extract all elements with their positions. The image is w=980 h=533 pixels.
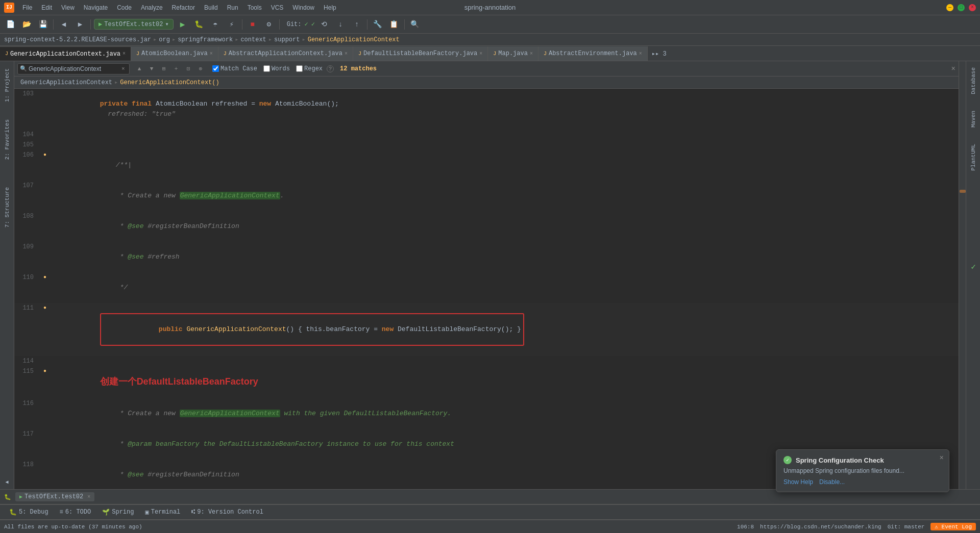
menu-view[interactable]: View bbox=[57, 3, 79, 12]
breadcrumb-springframework[interactable]: springframework bbox=[178, 36, 233, 43]
breadcrumb-sep-1: ▸ bbox=[153, 36, 157, 43]
regex-option[interactable]: Regex bbox=[296, 65, 323, 72]
menu-window[interactable]: Window bbox=[288, 3, 318, 12]
coverage-button[interactable]: ☂ bbox=[208, 17, 223, 32]
match-case-option[interactable]: Match Case bbox=[212, 65, 257, 72]
disable-button[interactable]: Disable... bbox=[819, 478, 845, 486]
add-occurrence-button[interactable]: + bbox=[170, 63, 182, 74]
bottom-tab-vcs[interactable]: ⑆ 9: Version Control bbox=[186, 507, 268, 517]
tab-more-button[interactable]: ▸▸ 3 bbox=[648, 46, 671, 61]
menu-edit[interactable]: Edit bbox=[37, 3, 56, 12]
run-config-selector[interactable]: ▶ TestOfExt.test02 ▾ bbox=[94, 19, 174, 30]
breadcrumb-support[interactable]: support bbox=[274, 36, 300, 43]
search-input[interactable] bbox=[29, 65, 120, 72]
minimize-button[interactable]: — bbox=[946, 4, 953, 11]
words-checkbox[interactable] bbox=[263, 65, 270, 72]
expand-left-panel[interactable]: ◀ bbox=[5, 479, 8, 485]
breadcrumb-jar[interactable]: spring-context-5.2.2.RELEASE-sources.jar bbox=[4, 36, 151, 43]
match-case-checkbox[interactable] bbox=[212, 65, 219, 72]
git-history-button[interactable]: ⟲ bbox=[317, 17, 331, 32]
panel-project[interactable]: 1: Project bbox=[3, 65, 12, 105]
tab-close-2[interactable]: × bbox=[345, 51, 348, 57]
menu-build[interactable]: Build bbox=[200, 3, 222, 12]
breadcrumb-org[interactable]: org bbox=[159, 36, 170, 43]
save-all-button[interactable]: 💾 bbox=[36, 17, 50, 32]
close-button[interactable]: × bbox=[969, 4, 976, 11]
panel-favorites[interactable]: 2: Favorites bbox=[3, 116, 12, 163]
tab-default-listable[interactable]: J DefaultListableBeanFactory.java × bbox=[353, 46, 488, 61]
back-button[interactable]: ◀ bbox=[57, 17, 71, 32]
bottom-tab-spring-label: Spring bbox=[112, 509, 134, 516]
menu-help[interactable]: Help bbox=[320, 3, 340, 12]
panel-structure[interactable]: 7: Structure bbox=[3, 184, 12, 231]
search-clear-icon[interactable]: × bbox=[121, 66, 125, 72]
gutter-111: ● bbox=[40, 303, 50, 313]
line-num-118: 118 bbox=[14, 460, 40, 470]
event-log-button[interactable]: ⚠ Event Log bbox=[930, 523, 976, 530]
menu-refactor[interactable]: Refactor bbox=[168, 3, 199, 12]
tab-close-5[interactable]: × bbox=[639, 51, 642, 57]
debug-tab-close[interactable]: × bbox=[87, 494, 90, 500]
prev-match-button[interactable]: ▲ bbox=[134, 63, 145, 74]
git-push-button[interactable]: ↑ bbox=[350, 17, 364, 32]
toolbar-sep-1 bbox=[53, 19, 54, 30]
breadcrumb-class[interactable]: GenericApplicationContext bbox=[308, 36, 400, 43]
tab-map[interactable]: J Map.java × bbox=[488, 46, 538, 61]
notification-close-button[interactable]: × bbox=[940, 454, 944, 462]
forward-button[interactable]: ▶ bbox=[73, 17, 87, 32]
menu-analyze[interactable]: Analyze bbox=[137, 3, 167, 12]
tab-abstract-application-context[interactable]: J AbstractApplicationContext.java × bbox=[218, 46, 353, 61]
menu-tools[interactable]: Tools bbox=[243, 3, 266, 12]
stop-button[interactable]: ■ bbox=[246, 17, 260, 32]
menu-file[interactable]: File bbox=[18, 3, 36, 12]
tab-close-0[interactable]: × bbox=[122, 51, 126, 57]
breadcrumb-context[interactable]: context bbox=[240, 36, 266, 43]
line-num-117: 117 bbox=[14, 429, 40, 439]
profile-button[interactable]: ⚡ bbox=[225, 17, 239, 32]
menu-code[interactable]: Code bbox=[113, 3, 136, 12]
regex-checkbox[interactable] bbox=[296, 65, 303, 72]
inner-breadcrumb-class[interactable]: GenericApplicationContext bbox=[20, 79, 112, 86]
tab-abstract-environment[interactable]: J AbstractEnvironment.java × bbox=[538, 46, 648, 61]
git-update-button[interactable]: ↓ bbox=[333, 17, 348, 32]
status-git-branch[interactable]: Git: master bbox=[888, 524, 925, 530]
words-option[interactable]: Words bbox=[263, 65, 290, 72]
inner-breadcrumb-method[interactable]: GenericApplicationContext() bbox=[120, 79, 219, 86]
next-match-button[interactable]: ▼ bbox=[146, 63, 157, 74]
scroll-minimap[interactable] bbox=[959, 61, 966, 489]
panel-maven[interactable]: Maven bbox=[969, 109, 978, 130]
code-scroll-area[interactable]: 103 private final AtomicBoolean refreshe… bbox=[14, 89, 959, 489]
search-help-icon[interactable]: ? bbox=[327, 65, 334, 72]
panel-database[interactable]: Database bbox=[969, 65, 978, 96]
exclude-button[interactable]: ⊡ bbox=[183, 63, 194, 74]
search-actions: ▲ ▼ ⊞ + ⊡ ⊗ bbox=[134, 63, 206, 74]
vcs-button[interactable]: 📋 bbox=[387, 17, 401, 32]
tab-close-3[interactable]: × bbox=[479, 51, 482, 57]
menu-vcs[interactable]: VCS bbox=[267, 3, 288, 12]
bottom-tab-debug[interactable]: 🐛 5: Debug bbox=[4, 507, 54, 517]
show-help-button[interactable]: Show Help bbox=[783, 478, 813, 486]
tab-generic-application-context[interactable]: J GenericApplicationContext.java × bbox=[0, 46, 131, 61]
bottom-tab-todo[interactable]: ≡ 6: TODO bbox=[55, 507, 96, 517]
debug-tab-testofext[interactable]: ▶ TestOfExt.test02 × bbox=[15, 492, 94, 501]
maximize-button[interactable]: □ bbox=[958, 4, 965, 11]
tab-close-1[interactable]: × bbox=[210, 51, 213, 57]
bottom-tab-terminal[interactable]: ▣ Terminal bbox=[140, 507, 185, 517]
bottom-tab-spring[interactable]: 🌱 Spring bbox=[97, 507, 139, 517]
find-all-button[interactable]: ⊞ bbox=[158, 63, 169, 74]
tab-close-4[interactable]: × bbox=[530, 51, 533, 57]
tab-atomic-boolean[interactable]: J AtomicBoolean.java × bbox=[131, 46, 218, 61]
build-button[interactable]: ⚙ bbox=[262, 17, 276, 32]
panel-plantuml[interactable]: PlantUML bbox=[969, 142, 978, 173]
settings-button[interactable]: 🔧 bbox=[371, 17, 385, 32]
debug-button[interactable]: 🐛 bbox=[192, 17, 206, 32]
run-button[interactable]: ▶ bbox=[176, 17, 190, 32]
search-close-button[interactable]: × bbox=[951, 65, 955, 73]
open-button[interactable]: 📂 bbox=[19, 17, 34, 32]
new-file-button[interactable]: 📄 bbox=[3, 17, 17, 32]
search-everywhere-button[interactable]: 🔍 bbox=[408, 17, 422, 32]
menu-run[interactable]: Run bbox=[223, 3, 242, 12]
tab-label-5: AbstractEnvironment.java bbox=[549, 50, 637, 57]
filter-button[interactable]: ⊗ bbox=[195, 63, 206, 74]
menu-navigate[interactable]: Navigate bbox=[80, 3, 112, 12]
